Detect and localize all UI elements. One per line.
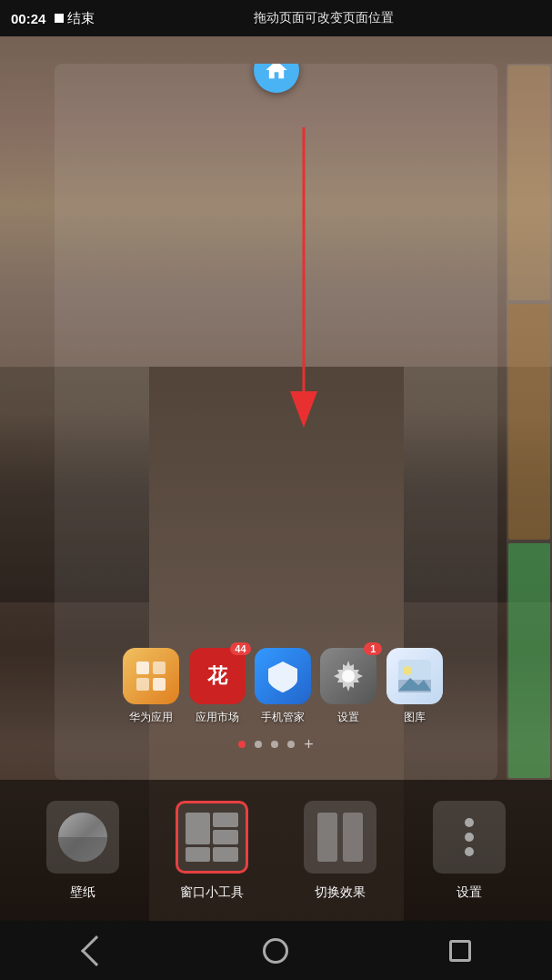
status-time: 00:24 [11,11,45,26]
app-label-phone-manager: 手机管家 [261,710,305,725]
svg-rect-5 [153,678,166,691]
nav-recent-icon [449,940,471,962]
page-dot-1[interactable] [255,741,262,748]
option-label-widget: 窗口小工具 [180,884,244,901]
option-icon-settings [433,801,506,874]
svg-point-11 [403,666,412,675]
status-hint: 拖动页面可改变页面位置 [105,10,541,26]
phone-screen: 华为应用 花 44 应用市场 [0,36,552,980]
home-button-top[interactable] [254,64,299,93]
right-panel [507,64,552,780]
badge-app-market: 44 [230,642,250,655]
settings-dot-1 [465,818,474,827]
status-end-label[interactable]: 结束 [67,10,95,27]
widget-cell-4 [186,847,211,862]
app-item-app-market[interactable]: 花 44 应用市场 [184,648,249,725]
red-arrow [276,118,331,440]
page-dot-add[interactable]: + [304,736,314,753]
right-panel-item-1 [508,66,550,300]
settings-dots-icon [447,814,492,860]
nav-back-icon [81,935,112,966]
app-label-huawei-apps: 华为应用 [129,710,173,725]
app-icon-gallery [386,648,443,704]
option-transition[interactable]: 切换效果 [304,801,376,901]
page-dot-3[interactable] [287,741,295,748]
app-icon-settings [320,648,376,704]
app-item-huawei-apps[interactable]: 华为应用 [118,648,184,725]
option-settings[interactable]: 设置 [433,801,506,901]
nav-home-button[interactable] [253,928,298,974]
right-panel-item-3 [508,543,550,778]
nav-bar [0,921,552,980]
widget-cell-2 [213,813,238,827]
app-icon-wrapper-app-market: 花 44 [189,648,246,704]
app-icon-phone-manager [255,648,311,704]
wallpaper-icon [58,813,107,862]
nav-recent-button[interactable] [437,928,483,974]
option-icon-wallpaper [46,801,119,874]
option-label-wallpaper: 壁纸 [70,884,95,901]
page-dot-0[interactable] [238,741,246,748]
nav-back-button[interactable] [69,928,115,974]
app-label-settings: 设置 [337,710,359,725]
option-wallpaper[interactable]: 壁纸 [46,801,119,901]
app-icon-app-market: 花 [189,648,246,704]
widget-cell-3 [213,830,238,844]
svg-marker-1 [290,391,317,428]
status-bar: 00:24 结束 拖动页面可改变页面位置 [0,0,552,36]
status-square-icon [55,14,64,23]
transition-icon [317,813,363,862]
option-icon-widget [176,801,248,874]
svg-rect-3 [153,662,166,674]
transition-page-1 [317,813,337,862]
app-icon-wrapper-gallery [386,648,443,704]
app-item-phone-manager[interactable]: 手机管家 [250,648,316,725]
option-icon-transition [304,801,376,874]
right-panel-item-2 [508,304,550,539]
nav-home-icon [263,938,288,964]
app-label-gallery: 图库 [404,710,426,725]
transition-page-2 [343,813,363,862]
app-icon-wrapper-huawei-apps [123,648,179,704]
apps-row: 华为应用 花 44 应用市场 [118,648,447,725]
widget-cell-1 [186,813,211,844]
option-label-settings: 设置 [457,884,482,901]
home-page-card[interactable]: 华为应用 花 44 应用市场 [55,64,497,780]
settings-dot-2 [465,833,474,842]
app-icon-wrapper-settings: 1 [320,648,376,704]
badge-settings: 1 [364,642,382,655]
app-item-gallery[interactable]: 图库 [382,648,447,725]
option-label-transition: 切换效果 [315,884,366,901]
page-dot-2[interactable] [271,741,278,748]
page-dots: + [55,736,497,753]
widget-icon [186,813,238,862]
svg-rect-4 [136,678,149,691]
app-label-app-market: 应用市场 [196,710,239,725]
app-icon-huawei-apps [123,648,179,704]
app-icon-wrapper-phone-manager [255,648,311,704]
option-widget[interactable]: 窗口小工具 [176,801,248,901]
svg-text:花: 花 [206,664,228,687]
widget-cell-5 [213,847,238,862]
bottom-options-bar: 壁纸 窗口小工具 切换效果 [0,780,552,921]
settings-dot-3 [465,847,474,856]
status-end-group: 结束 [55,10,95,27]
app-item-settings[interactable]: 1 设置 [316,648,381,725]
home-icon [264,64,289,83]
svg-rect-2 [136,662,149,674]
